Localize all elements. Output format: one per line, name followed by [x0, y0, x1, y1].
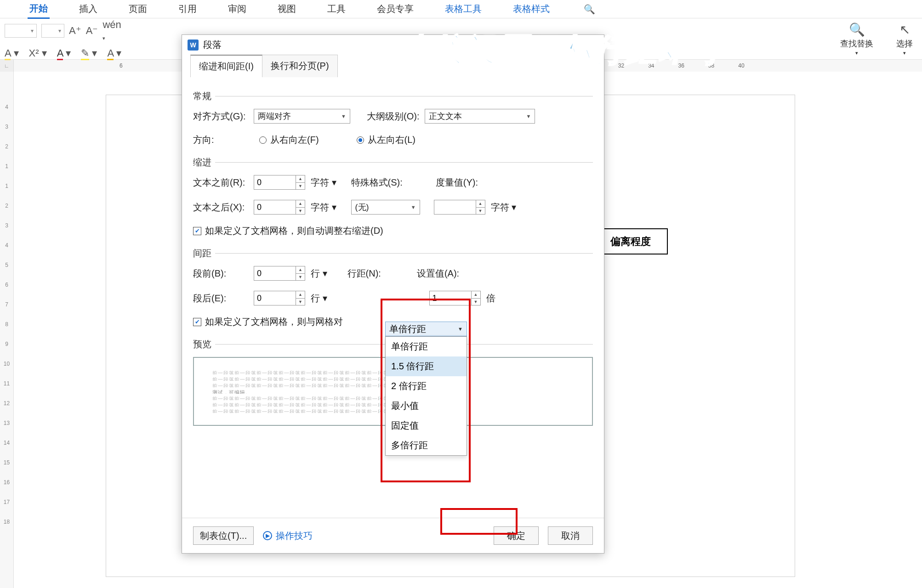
tab-insert[interactable]: 插入	[77, 0, 99, 18]
outline-label: 大纲级别(O):	[367, 110, 419, 123]
alignment-select[interactable]: 两端对齐▼	[254, 109, 350, 124]
tab-view[interactable]: 视图	[276, 0, 298, 18]
char-unit[interactable]: 字符 ▾	[311, 201, 336, 214]
line-spacing-select[interactable]: 单倍行距▼	[385, 322, 467, 336]
dialog-title: 段落	[203, 39, 222, 51]
after-para-spinner[interactable]: ▲▼	[254, 291, 305, 305]
section-spacing: 间距	[193, 247, 593, 260]
tab-tools[interactable]: 工具	[325, 0, 347, 18]
line-option-1-5[interactable]: 1.5 倍行距	[386, 356, 467, 376]
tab-table-tools[interactable]: 表格工具	[443, 0, 484, 18]
increase-font-icon[interactable]: A⁺	[69, 25, 81, 37]
set-value-label: 设置值(A):	[417, 267, 459, 280]
before-para-label: 段前(B):	[193, 267, 248, 280]
superscript-icon[interactable]: X² ▾	[29, 47, 47, 59]
ok-button[interactable]: 确定	[494, 526, 539, 545]
line-unit[interactable]: 行 ▾	[311, 267, 327, 280]
search-icon[interactable]: 🔍	[584, 4, 595, 15]
before-text-spinner[interactable]: ▲▼	[254, 175, 305, 190]
after-text-label: 文本之后(X):	[193, 201, 248, 214]
tab-reference[interactable]: 引用	[176, 0, 199, 18]
tab-start[interactable]: 开始	[28, 0, 50, 19]
direction-rtl-radio[interactable]: 从右向左(F)	[259, 134, 319, 146]
char-color-icon[interactable]: A ▾	[107, 47, 121, 59]
toolbar-right: 🔍 查找替换▾ ↖ 选择▾	[840, 22, 913, 56]
font-color-icon[interactable]: A ▾	[57, 47, 71, 59]
phonetic-icon[interactable]: wén▾	[102, 19, 121, 43]
before-text-label: 文本之前(R):	[193, 176, 248, 189]
wps-icon: W	[188, 40, 199, 51]
dialog-tab-indent[interactable]: 缩进和间距(I)	[190, 55, 262, 77]
char-unit[interactable]: 字符 ▾	[491, 201, 517, 214]
find-replace-button[interactable]: 🔍 查找替换▾	[840, 22, 873, 56]
after-para-label: 段后(E):	[193, 292, 248, 305]
select-button[interactable]: ↖ 选择▾	[896, 22, 913, 56]
before-para-spinner[interactable]: ▲▼	[254, 266, 305, 281]
tab-member[interactable]: 会员专享	[375, 0, 415, 18]
ruler-corner: ∟	[0, 60, 14, 72]
tab-review[interactable]: 审阅	[226, 0, 248, 18]
dialog-tab-pagination[interactable]: 换行和分页(P)	[262, 55, 338, 77]
tab-page[interactable]: 页面	[127, 0, 149, 18]
section-indent: 缩进	[193, 156, 593, 169]
spacing-grid-check[interactable]: 如果定义了文档网格，则与网格对	[193, 316, 343, 328]
search-glass-icon: 🔍	[849, 22, 865, 37]
char-unit[interactable]: 字符 ▾	[311, 176, 336, 189]
tab-stops-button[interactable]: 制表位(T)...	[193, 526, 254, 545]
ribbon-tabs: 开始 插入 页面 引用 审阅 视图 工具 会员专享 表格工具 表格样式 🔍	[0, 0, 922, 18]
line-option-double[interactable]: 2 倍行距	[386, 376, 467, 396]
font-size-dropdown[interactable]: ▾	[5, 24, 37, 38]
line-unit[interactable]: 行 ▾	[311, 292, 327, 305]
shading-icon[interactable]: ✎ ▾	[81, 47, 97, 59]
tips-link[interactable]: ▶操作技巧	[263, 530, 313, 542]
paragraph-dialog: W 段落 缩进和间距(I) 换行和分页(P) 常规 对齐方式(G): 两端对齐▼…	[182, 34, 604, 554]
font-dropdown[interactable]: ▾	[41, 24, 64, 38]
alignment-label: 对齐方式(G):	[193, 110, 248, 123]
decrease-font-icon[interactable]: A⁻	[86, 25, 98, 37]
tab-table-style[interactable]: 表格样式	[511, 0, 552, 18]
measure-label: 度量值(Y):	[436, 176, 478, 189]
line-spacing-dropdown: 单倍行距 1.5 倍行距 2 倍行距 最小值 固定值 多倍行距	[385, 336, 467, 456]
special-label: 特殊格式(S):	[351, 176, 403, 189]
after-text-spinner[interactable]: ▲▼	[254, 200, 305, 215]
times-unit: 倍	[486, 292, 495, 305]
cursor-icon: ↖	[899, 22, 910, 37]
section-general: 常规	[193, 90, 593, 102]
cancel-button[interactable]: 取消	[548, 526, 593, 545]
highlight-icon[interactable]: A ▾	[5, 47, 19, 59]
auto-indent-check[interactable]: 如果定义了文档网格，则自动调整右缩进(D)	[193, 225, 383, 237]
direction-ltr-radio[interactable]: 从左向右(L)	[357, 134, 415, 146]
table-header[interactable]: 偏离程度	[594, 229, 667, 254]
line-option-single[interactable]: 单倍行距	[386, 337, 467, 356]
line-option-multiple[interactable]: 多倍行距	[386, 435, 467, 455]
measure-spinner[interactable]: ▲▼	[434, 200, 485, 215]
outline-select[interactable]: 正文文本▼	[425, 109, 535, 124]
line-option-fixed[interactable]: 固定值	[386, 416, 467, 435]
direction-label: 方向:	[193, 134, 248, 146]
set-value-spinner[interactable]: ▲▼	[429, 291, 481, 305]
line-spacing-label: 行距(N):	[347, 267, 381, 280]
line-option-min[interactable]: 最小值	[386, 396, 467, 416]
ruler-vertical: 4321 1234 5678 9101112 13141516 1718	[0, 72, 14, 588]
play-icon: ▶	[263, 531, 272, 540]
dialog-titlebar[interactable]: W 段落	[182, 35, 604, 55]
special-select[interactable]: (无)▼	[351, 200, 420, 215]
